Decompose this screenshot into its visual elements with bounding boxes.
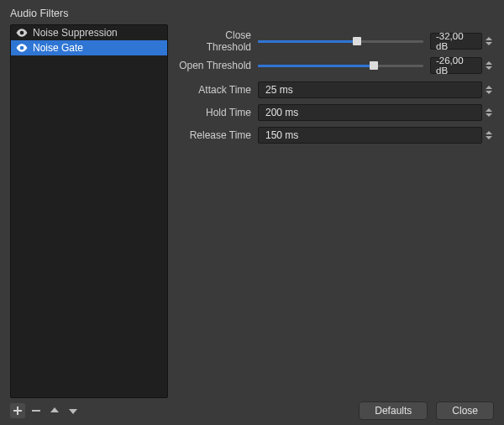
release-time-spinner[interactable]	[484, 131, 494, 139]
main-row: Noise Suppression Noise Gate Close Thres…	[0, 24, 504, 398]
window-title: Audio Filters	[0, 0, 504, 24]
remove-filter-button[interactable]	[29, 403, 44, 418]
filter-toolbar	[10, 403, 81, 418]
release-time-label: Release Time	[178, 129, 258, 141]
open-threshold-value[interactable]: -26,00 dB	[430, 57, 482, 74]
hold-time-label: Hold Time	[178, 107, 258, 118]
defaults-button[interactable]: Defaults	[359, 401, 428, 420]
chevron-up-icon[interactable]	[486, 61, 492, 65]
chevron-down-icon[interactable]	[486, 91, 492, 94]
chevron-down-icon[interactable]	[486, 136, 492, 139]
bottom-bar: Defaults Close	[0, 396, 504, 425]
filter-item-noise-gate[interactable]: Noise Gate	[11, 40, 167, 55]
attack-time-row: Attack Time 25 ms	[178, 81, 494, 98]
hold-time-spinner[interactable]	[484, 108, 494, 117]
chevron-up-icon[interactable]	[486, 108, 492, 112]
chevron-up-icon[interactable]	[486, 131, 492, 134]
chevron-up-icon[interactable]	[486, 37, 492, 40]
eye-icon[interactable]	[16, 42, 28, 54]
close-threshold-spinner[interactable]	[484, 37, 494, 45]
add-filter-button[interactable]	[10, 403, 25, 418]
chevron-down-icon[interactable]	[486, 42, 492, 45]
close-threshold-row: Close Threshold -32,00 dB	[178, 33, 494, 50]
move-down-button[interactable]	[66, 403, 81, 418]
attack-time-label: Attack Time	[178, 84, 258, 96]
chevron-down-icon[interactable]	[486, 113, 492, 117]
release-time-row: Release Time 150 ms	[178, 127, 494, 144]
eye-icon[interactable]	[16, 27, 28, 39]
open-threshold-row: Open Threshold -26,00 dB	[178, 57, 494, 74]
attack-time-input[interactable]: 25 ms	[258, 81, 482, 98]
open-threshold-spinner[interactable]	[484, 61, 494, 70]
close-threshold-label: Close Threshold	[178, 29, 258, 53]
attack-time-spinner[interactable]	[484, 86, 494, 94]
filter-settings: Close Threshold -32,00 dB Open Threshold	[168, 24, 504, 398]
filter-item-noise-suppression[interactable]: Noise Suppression	[11, 25, 167, 40]
filters-list: Noise Suppression Noise Gate	[10, 24, 168, 398]
close-threshold-slider[interactable]	[258, 35, 423, 47]
release-time-input[interactable]: 150 ms	[258, 127, 482, 144]
hold-time-row: Hold Time 200 ms	[178, 104, 494, 121]
svg-rect-0	[32, 410, 40, 412]
open-threshold-slider[interactable]	[258, 60, 423, 71]
close-threshold-value[interactable]: -32,00 dB	[430, 33, 482, 50]
hold-time-input[interactable]: 200 ms	[258, 104, 482, 121]
filter-label: Noise Suppression	[33, 27, 167, 39]
move-up-button[interactable]	[47, 403, 62, 418]
chevron-down-icon[interactable]	[486, 66, 492, 70]
close-button[interactable]: Close	[436, 401, 494, 420]
filter-label: Noise Gate	[33, 42, 167, 54]
open-threshold-label: Open Threshold	[178, 60, 258, 71]
chevron-up-icon[interactable]	[486, 86, 492, 89]
